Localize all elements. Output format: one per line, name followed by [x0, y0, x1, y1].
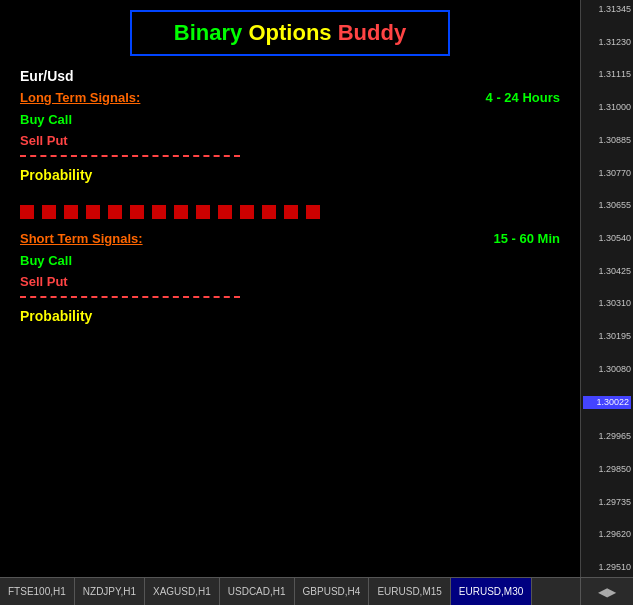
- price-15: 1.29735: [583, 497, 631, 508]
- long-term-label: Long Term Signals:: [20, 90, 140, 105]
- tab-ftse100-h1[interactable]: FTSE100,H1: [0, 578, 75, 605]
- dot-14: [306, 205, 320, 219]
- title-text: Binary Options Buddy: [174, 20, 406, 45]
- dot-5: [108, 205, 122, 219]
- tab-usdcad-h1[interactable]: USDCAD,H1: [220, 578, 295, 605]
- title-binary: Binary: [174, 20, 242, 45]
- tab-gbpusd-h4[interactable]: GBPUSD,H4: [295, 578, 370, 605]
- price-5: 1.30885: [583, 135, 631, 146]
- scroll-arrows-icon[interactable]: ◀▶: [598, 585, 616, 599]
- tab-xagusd-h1[interactable]: XAGUSD,H1: [145, 578, 220, 605]
- dot-10: [218, 205, 232, 219]
- price-2: 1.31230: [583, 37, 631, 48]
- dot-8: [174, 205, 188, 219]
- short-term-probability: Probability: [20, 308, 560, 324]
- currency-pair: Eur/Usd: [20, 68, 560, 84]
- long-term-sell: Sell Put: [20, 133, 560, 148]
- content-panel: Binary Options Buddy Eur/Usd Long Term S…: [0, 0, 580, 605]
- tab-eurusd-m30[interactable]: EURUSD,M30: [451, 578, 532, 605]
- price-6: 1.30770: [583, 168, 631, 179]
- price-4: 1.31000: [583, 102, 631, 113]
- long-term-separator: [20, 155, 240, 157]
- short-term-sell: Sell Put: [20, 274, 560, 289]
- dot-13: [284, 205, 298, 219]
- price-3: 1.31115: [583, 69, 631, 80]
- price-7: 1.30655: [583, 200, 631, 211]
- dot-4: [86, 205, 100, 219]
- dot-row-separator: [20, 205, 560, 219]
- short-term-label: Short Term Signals:: [20, 231, 143, 246]
- dot-9: [196, 205, 210, 219]
- tab-eurusd-m15[interactable]: EURUSD,M15: [369, 578, 450, 605]
- long-term-probability: Probability: [20, 167, 560, 183]
- long-term-buy: Buy Call: [20, 112, 560, 127]
- price-9: 1.30425: [583, 266, 631, 277]
- short-term-time: 15 - 60 Min: [494, 231, 560, 246]
- title-box: Binary Options Buddy: [130, 10, 450, 56]
- price-scale: 1.31345 1.31230 1.31115 1.31000 1.30885 …: [580, 0, 633, 577]
- dot-11: [240, 205, 254, 219]
- tab-nzdjpy-h1[interactable]: NZDJPY,H1: [75, 578, 145, 605]
- dot-3: [64, 205, 78, 219]
- dot-7: [152, 205, 166, 219]
- main-area: Binary Options Buddy Eur/Usd Long Term S…: [0, 0, 580, 605]
- long-term-time: 4 - 24 Hours: [486, 90, 560, 105]
- price-12: 1.30080: [583, 364, 631, 375]
- price-1: 1.31345: [583, 4, 631, 15]
- price-17: 1.29510: [583, 562, 631, 573]
- price-8: 1.30540: [583, 233, 631, 244]
- price-current: 1.30022: [583, 396, 631, 409]
- dot-6: [130, 205, 144, 219]
- right-panel: 1.31345 1.31230 1.31115 1.31000 1.30885 …: [580, 0, 633, 605]
- long-term-header: Long Term Signals: 4 - 24 Hours: [20, 90, 560, 109]
- title-options: Options: [242, 20, 337, 45]
- dot-12: [262, 205, 276, 219]
- short-term-separator: [20, 296, 240, 298]
- price-13: 1.29965: [583, 431, 631, 442]
- short-term-buy: Buy Call: [20, 253, 560, 268]
- dot-2: [42, 205, 56, 219]
- price-11: 1.30195: [583, 331, 631, 342]
- tab-bar: FTSE100,H1 NZDJPY,H1 XAGUSD,H1 USDCAD,H1…: [0, 577, 580, 605]
- scroll-bottom[interactable]: ◀▶: [580, 577, 633, 605]
- price-16: 1.29620: [583, 529, 631, 540]
- title-buddy: Buddy: [338, 20, 406, 45]
- price-14: 1.29850: [583, 464, 631, 475]
- price-10: 1.30310: [583, 298, 631, 309]
- short-term-header: Short Term Signals: 15 - 60 Min: [20, 231, 560, 250]
- dot-1: [20, 205, 34, 219]
